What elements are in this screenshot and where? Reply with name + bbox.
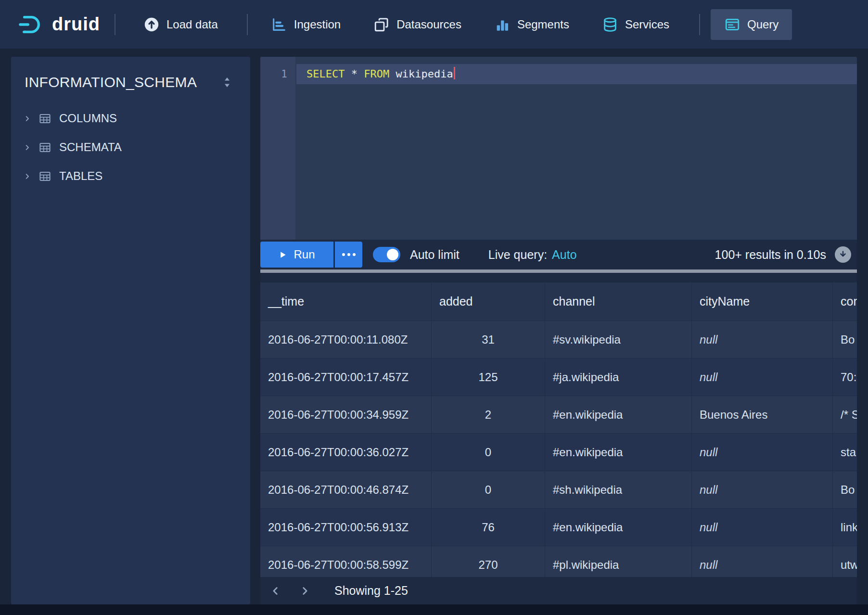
text-cursor bbox=[454, 67, 455, 79]
column-header-added[interactable]: added bbox=[432, 282, 545, 321]
query-console-icon bbox=[724, 16, 740, 33]
schema-title: INFORMATION_SCHEMA bbox=[25, 74, 197, 90]
nav-item-ingestion[interactable]: Ingestion bbox=[257, 9, 354, 40]
nav-item-label: Load data bbox=[166, 18, 218, 31]
sidebar-item-label: COLUMNS bbox=[59, 112, 117, 125]
upload-circle-icon bbox=[143, 16, 160, 33]
nav-item-label: Services bbox=[625, 18, 669, 31]
cell-time: 2016-06-27T00:00:46.874Z bbox=[260, 471, 432, 509]
cell-comment: link bbox=[833, 509, 857, 546]
toggle-knob bbox=[387, 249, 398, 260]
top-nav-bar: druid Load data Ingestion bbox=[0, 0, 868, 49]
auto-limit-toggle[interactable] bbox=[373, 247, 400, 262]
nav-item-label: Datasources bbox=[396, 18, 461, 31]
chevron-right-icon bbox=[299, 586, 310, 596]
sql-table-name: wikipedia bbox=[389, 68, 453, 80]
editor-gutter bbox=[260, 57, 296, 240]
results-summary: 100+ results in 0.10s bbox=[715, 248, 826, 262]
cell-added: 2 bbox=[432, 396, 545, 434]
next-page-button[interactable] bbox=[294, 580, 315, 602]
sidebar-item-label: SCHEMATA bbox=[59, 141, 122, 154]
cell-added: 76 bbox=[432, 509, 545, 546]
druid-logo[interactable]: druid bbox=[18, 13, 100, 36]
sql-keyword: SELECT bbox=[306, 68, 345, 80]
nav-item-datasources[interactable]: Datasources bbox=[360, 9, 475, 40]
editor-line-number: 1 bbox=[260, 64, 287, 84]
cell-time: 2016-06-27T00:00:17.457Z bbox=[260, 359, 432, 396]
column-header-cityname[interactable]: cityName bbox=[692, 282, 833, 321]
cell-comment: /* S bbox=[833, 396, 857, 434]
run-button[interactable]: Run bbox=[260, 242, 333, 268]
column-header-comment[interactable]: com bbox=[833, 282, 857, 321]
table-row: 2016-06-27T00:00:11.080Z 31 #sv.wikipedi… bbox=[260, 321, 857, 359]
druid-logo-icon bbox=[18, 13, 44, 36]
schema-sidebar: INFORMATION_SCHEMA COLUMNS SCHEMATA bbox=[11, 57, 250, 604]
run-button-label: Run bbox=[294, 248, 315, 261]
query-panel: 1 SELECT * FROM wikipedia Run Auto limit… bbox=[260, 57, 857, 604]
segments-bars-icon bbox=[494, 16, 511, 33]
sql-code-line[interactable]: SELECT * FROM wikipedia bbox=[306, 64, 455, 84]
previous-page-button[interactable] bbox=[265, 580, 286, 602]
cell-added: 125 bbox=[432, 359, 545, 396]
sidebar-item-tables[interactable]: TABLES bbox=[11, 162, 250, 191]
chevron-right-icon[interactable] bbox=[24, 115, 31, 122]
pagination-bar: Showing 1-25 bbox=[260, 577, 857, 604]
cell-cityname: null bbox=[692, 471, 833, 509]
ellipsis-icon bbox=[342, 253, 345, 256]
live-query-value[interactable]: Auto bbox=[552, 248, 576, 262]
cell-comment: 70: bbox=[833, 359, 857, 396]
live-query-label: Live query: bbox=[488, 248, 547, 262]
table-header-row: __time added channel cityName com bbox=[260, 282, 857, 321]
cell-channel: #en.wikipedia bbox=[545, 434, 692, 471]
nav-item-label: Segments bbox=[517, 18, 569, 31]
cell-time: 2016-06-27T00:00:56.913Z bbox=[260, 509, 432, 546]
chevron-right-icon[interactable] bbox=[24, 144, 31, 151]
cell-channel: #pl.wikipedia bbox=[545, 546, 692, 577]
download-circle-icon[interactable] bbox=[835, 246, 851, 263]
cell-channel: #sv.wikipedia bbox=[545, 321, 692, 359]
logo-text: druid bbox=[52, 14, 100, 35]
play-icon bbox=[279, 251, 287, 259]
nav-item-services[interactable]: Services bbox=[588, 9, 683, 40]
double-caret-vertical-icon[interactable] bbox=[222, 76, 232, 89]
query-toolbar: Run Auto limit Live query: Auto 100+ res… bbox=[260, 240, 857, 269]
results-table: __time added channel cityName com 2016-0… bbox=[260, 282, 857, 577]
results-info: 100+ results in 0.10s bbox=[715, 246, 857, 263]
cell-added: 31 bbox=[432, 321, 545, 359]
cell-time: 2016-06-27T00:00:34.959Z bbox=[260, 396, 432, 434]
pagination-label: Showing 1-25 bbox=[334, 584, 408, 598]
cell-time: 2016-06-27T00:00:11.080Z bbox=[260, 321, 432, 359]
live-query: Live query: Auto bbox=[488, 248, 577, 262]
table-row: 2016-06-27T00:00:17.457Z 125 #ja.wikiped… bbox=[260, 359, 857, 396]
nav-item-load-data[interactable]: Load data bbox=[130, 9, 231, 40]
sidebar-item-schemata[interactable]: SCHEMATA bbox=[11, 133, 250, 162]
table-row: 2016-06-27T00:00:34.959Z 2 #en.wikipedia… bbox=[260, 396, 857, 434]
run-more-options-button[interactable] bbox=[335, 242, 362, 268]
sidebar-item-columns[interactable]: COLUMNS bbox=[11, 104, 250, 133]
cell-channel: #en.wikipedia bbox=[545, 509, 692, 546]
header-divider bbox=[115, 14, 115, 35]
main-nav: Load data Ingestion Datasources bbox=[130, 9, 798, 40]
cell-channel: #en.wikipedia bbox=[545, 396, 692, 434]
ingestion-chart-icon bbox=[271, 16, 287, 33]
cell-channel: #sh.wikipedia bbox=[545, 471, 692, 509]
cell-time: 2016-06-27T00:00:36.027Z bbox=[260, 434, 432, 471]
nav-item-query[interactable]: Query bbox=[711, 9, 792, 40]
nav-item-label: Query bbox=[747, 18, 779, 31]
column-header-channel[interactable]: channel bbox=[545, 282, 692, 321]
header-divider bbox=[247, 14, 248, 35]
auto-limit-label: Auto limit bbox=[410, 248, 460, 262]
cell-cityname: null bbox=[692, 546, 833, 577]
chevron-right-icon[interactable] bbox=[24, 173, 31, 180]
horizontal-scrollbar[interactable] bbox=[260, 269, 857, 273]
table-row: 2016-06-27T00:00:56.913Z 76 #en.wikipedi… bbox=[260, 509, 857, 546]
sql-keyword: FROM bbox=[364, 68, 389, 80]
cell-added: 270 bbox=[432, 546, 545, 577]
services-database-icon bbox=[602, 16, 618, 33]
cell-cityname: null bbox=[692, 359, 833, 396]
nav-item-segments[interactable]: Segments bbox=[481, 9, 583, 40]
table-row: 2016-06-27T00:00:36.027Z 0 #en.wikipedia… bbox=[260, 434, 857, 471]
column-header-time[interactable]: __time bbox=[260, 282, 432, 321]
sql-editor[interactable]: 1 SELECT * FROM wikipedia bbox=[260, 57, 857, 240]
cell-added: 0 bbox=[432, 434, 545, 471]
